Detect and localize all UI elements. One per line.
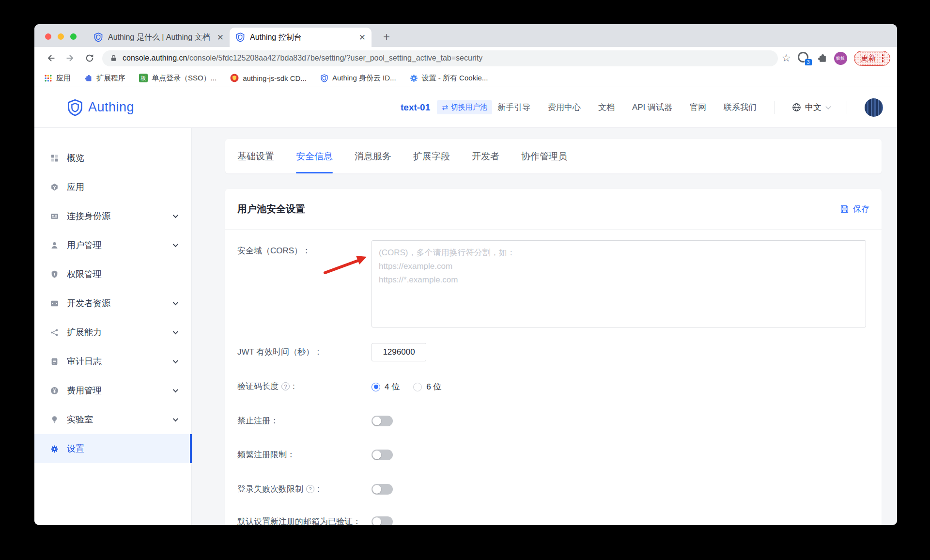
red-shield-icon bbox=[230, 74, 239, 82]
url-bar[interactable]: console.authing.cn/console/5fdc125208aa4… bbox=[102, 50, 778, 66]
browser-tab-console[interactable]: Authing 控制台 ✕ bbox=[230, 28, 372, 47]
switch-pool-button[interactable]: ⇄切换用户池 bbox=[437, 100, 492, 114]
chevron-down-icon bbox=[173, 358, 178, 363]
email-verified-default-toggle[interactable] bbox=[372, 516, 393, 525]
close-window-button[interactable] bbox=[45, 33, 51, 40]
sidebar-item-applications[interactable]: 应用 bbox=[34, 172, 191, 202]
brand-name: Authing bbox=[88, 100, 134, 115]
update-label: 更新 bbox=[861, 53, 876, 63]
tab-basic-settings[interactable]: 基础设置 bbox=[237, 139, 274, 173]
language-selector[interactable]: 中文 bbox=[792, 102, 829, 113]
bookmark-authing-js-sdk[interactable]: authing-js-sdk CD... bbox=[230, 74, 307, 82]
browser-profile-avatar[interactable]: 姣姣 bbox=[834, 52, 847, 65]
back-button[interactable] bbox=[41, 49, 61, 67]
reload-button[interactable] bbox=[80, 49, 99, 67]
jwt-ttl-input[interactable] bbox=[372, 343, 426, 361]
authing-logo[interactable]: Authing bbox=[66, 99, 134, 116]
sidebar-item-overview[interactable]: 概览 bbox=[34, 143, 191, 172]
sidebar-item-identity-sources[interactable]: 连接身份源 bbox=[34, 202, 191, 231]
sidebar-item-label: 开发者资源 bbox=[67, 297, 110, 309]
switch-arrows-icon: ⇄ bbox=[442, 103, 448, 112]
main-content: 基础设置 安全信息 消息服务 扩展字段 开发者 协作管理员 用户池安全设置 保存… bbox=[192, 128, 897, 525]
bookmarks-bar: 应用 扩展程序 板 单点登录（SSO）... authing-js-sdk CD… bbox=[34, 69, 897, 87]
nav-official-site[interactable]: 官网 bbox=[690, 102, 706, 113]
minimize-window-button[interactable] bbox=[58, 33, 64, 40]
cors-textarea[interactable] bbox=[372, 240, 866, 327]
tab-title: Authing 是什么 | Authing 文档 bbox=[108, 32, 212, 43]
sidebar-item-settings[interactable]: 设置 bbox=[34, 434, 191, 463]
sidebar-item-developer-resources[interactable]: 开发者资源 bbox=[34, 289, 191, 318]
browser-menu-icon[interactable] bbox=[882, 54, 884, 62]
sidebar-item-label: 连接身份源 bbox=[67, 210, 110, 222]
bookmark-label: Authing 身份云 ID... bbox=[332, 74, 396, 83]
tab-message-services[interactable]: 消息服务 bbox=[355, 139, 391, 173]
chevron-down-icon bbox=[173, 387, 178, 392]
nav-contact-us[interactable]: 联系我们 bbox=[724, 102, 757, 113]
sidebar-item-label: 审计日志 bbox=[67, 356, 102, 367]
lock-icon bbox=[110, 54, 117, 62]
share-nodes-icon bbox=[50, 328, 59, 337]
save-button[interactable]: 保存 bbox=[840, 203, 869, 215]
annotation-arrow bbox=[322, 253, 371, 277]
divider bbox=[774, 101, 775, 114]
window-controls bbox=[45, 33, 77, 40]
zoom-window-button[interactable] bbox=[70, 33, 77, 40]
help-icon[interactable]: ? bbox=[281, 382, 290, 390]
bookmark-settings-cookies[interactable]: 设置 - 所有 Cookie... bbox=[410, 74, 488, 83]
id-card-icon bbox=[50, 212, 59, 220]
sidebar-item-permissions[interactable]: 权限管理 bbox=[34, 260, 191, 289]
nav-api-debugger[interactable]: API 调试器 bbox=[632, 102, 672, 113]
new-tab-button[interactable]: + bbox=[379, 30, 394, 44]
tab-security-info[interactable]: 安全信息 bbox=[296, 139, 333, 173]
url-path: /console/5fdc125208aa427bda83d7be/settin… bbox=[187, 54, 482, 62]
login-fail-limit-toggle[interactable] bbox=[372, 484, 393, 495]
radio-4-digits[interactable]: 4 位 bbox=[372, 381, 400, 392]
browser-tab-docs[interactable]: Authing 是什么 | Authing 文档 ✕ bbox=[88, 28, 230, 47]
sidebar-item-extensions[interactable]: 扩展能力 bbox=[34, 318, 191, 347]
back-arrow-icon bbox=[46, 53, 56, 63]
radio-6-digits[interactable]: 6 位 bbox=[413, 381, 441, 392]
tab-developer[interactable]: 开发者 bbox=[472, 139, 499, 173]
login-fail-limit-label: 登录失败次数限制 ? : bbox=[237, 483, 320, 495]
jwt-label: JWT 有效时间（秒）： bbox=[237, 346, 322, 358]
frequent-registration-limit-toggle[interactable] bbox=[372, 450, 393, 460]
nav-docs[interactable]: 文档 bbox=[598, 102, 615, 113]
bookmark-sso[interactable]: 板 单点登录（SSO）... bbox=[139, 74, 217, 83]
sidebar-item-label: 扩展能力 bbox=[67, 327, 102, 338]
save-floppy-icon bbox=[840, 204, 849, 214]
bookmark-authing-id[interactable]: Authing 身份云 ID... bbox=[320, 74, 396, 83]
sidebar-item-lab[interactable]: 实验室 bbox=[34, 405, 191, 434]
bookmark-apps[interactable]: 应用 bbox=[44, 74, 71, 83]
chrome-update-button[interactable]: 更新 bbox=[854, 51, 891, 66]
extension-with-badge[interactable]: 3 bbox=[798, 52, 810, 64]
sidebar-item-user-management[interactable]: 用户管理 bbox=[34, 231, 191, 260]
close-tab-icon[interactable]: ✕ bbox=[359, 32, 366, 43]
green-board-icon: 板 bbox=[139, 74, 148, 82]
bookmark-label: 单点登录（SSO）... bbox=[152, 74, 217, 83]
card-title: 用户池安全设置 bbox=[237, 202, 305, 216]
tab-collaborators[interactable]: 协作管理员 bbox=[521, 139, 567, 173]
nav-billing-center[interactable]: 费用中心 bbox=[548, 102, 581, 113]
tab-extended-fields[interactable]: 扩展字段 bbox=[413, 139, 450, 173]
help-icon[interactable]: ? bbox=[306, 485, 314, 493]
authing-shield-icon bbox=[93, 32, 103, 42]
sidebar-item-billing[interactable]: 费用管理 bbox=[34, 376, 191, 405]
reload-icon bbox=[85, 53, 94, 63]
browser-toolbar: console.authing.cn/console/5fdc125208aa4… bbox=[34, 47, 897, 69]
extensions-puzzle-icon[interactable] bbox=[817, 53, 827, 63]
audit-doc-icon bbox=[50, 358, 59, 366]
chevron-down-icon bbox=[825, 104, 831, 109]
bookmark-star-icon[interactable]: ☆ bbox=[782, 52, 791, 64]
forward-button[interactable] bbox=[61, 49, 80, 67]
close-tab-icon[interactable]: ✕ bbox=[217, 32, 224, 43]
code-length-label: 验证码长度 ? : bbox=[237, 381, 295, 392]
extension-badge-count: 3 bbox=[805, 59, 812, 66]
switch-pool-label: 切换用户池 bbox=[451, 103, 487, 112]
user-avatar[interactable] bbox=[865, 98, 883, 117]
sidebar-item-audit-logs[interactable]: 审计日志 bbox=[34, 347, 191, 376]
bookmark-extensions[interactable]: 扩展程序 bbox=[84, 74, 125, 83]
forward-arrow-icon bbox=[65, 53, 75, 63]
disable-registration-toggle[interactable] bbox=[372, 416, 393, 426]
nav-guide[interactable]: 新手引导 bbox=[497, 102, 530, 113]
authing-shield-icon bbox=[66, 99, 84, 116]
